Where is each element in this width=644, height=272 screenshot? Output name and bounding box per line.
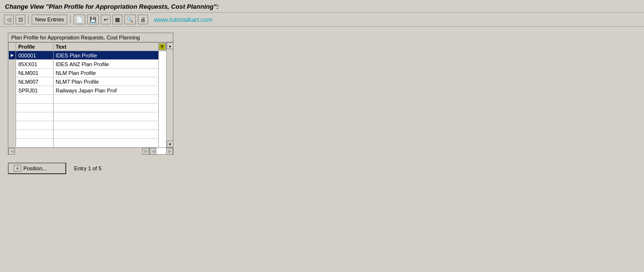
position-button-label: Position... bbox=[23, 165, 47, 171]
save-icon: 💾 bbox=[90, 17, 96, 23]
table-row[interactable] bbox=[9, 112, 166, 121]
profile-cell bbox=[16, 121, 54, 130]
position-section: ≡ Position... Entry 1 of 5 bbox=[8, 163, 636, 174]
text-cell: Railways Japan Plan Prof bbox=[54, 86, 158, 95]
new-entries-button[interactable]: New Entries bbox=[32, 15, 67, 24]
profile-cell bbox=[16, 130, 54, 139]
table-row[interactable]: NLM007NLM7 Plan Profile bbox=[9, 77, 166, 86]
scroll-right-button-2[interactable]: ▷ bbox=[166, 148, 173, 155]
text-cell bbox=[54, 139, 158, 147]
data-table: Profile Text ☰ ▶000001IDES Plan Profile8… bbox=[8, 42, 166, 147]
text-column-header[interactable]: Text bbox=[54, 43, 158, 51]
text-header-label: Text bbox=[56, 44, 66, 50]
layout-button[interactable]: ▦ bbox=[113, 15, 122, 24]
text-cell: IDES ANZ Plan Profile bbox=[54, 60, 158, 69]
vertical-scrollbar: ▲ ▼ bbox=[166, 42, 173, 147]
find-icon: 🔍 bbox=[127, 17, 133, 23]
main-table-area: Profile Text ☰ ▶000001IDES Plan Profile8… bbox=[8, 42, 166, 147]
table-row[interactable] bbox=[9, 121, 166, 130]
profile-cell: 000001 bbox=[16, 51, 54, 60]
profile-cell: 85XX01 bbox=[16, 60, 54, 69]
entry-count: Entry 1 of 5 bbox=[74, 165, 101, 171]
table-row[interactable] bbox=[9, 139, 166, 147]
title-text: Change View "Plan Profile for Appropriat… bbox=[5, 3, 219, 10]
text-cell bbox=[54, 95, 158, 104]
title-bar: Change View "Plan Profile for Appropriat… bbox=[0, 0, 644, 13]
content-area: Plan Profile for Appropriation Requests,… bbox=[0, 27, 644, 180]
scroll-up-button[interactable]: ▲ bbox=[167, 42, 173, 49]
table-row[interactable] bbox=[9, 95, 166, 104]
scroll-track-horizontal-1 bbox=[15, 148, 142, 155]
layout-icon: ▦ bbox=[115, 17, 120, 23]
row-selector-cell bbox=[9, 104, 16, 112]
row-selector-cell: ▶ bbox=[9, 51, 16, 60]
command-icon: ⊡ bbox=[19, 17, 23, 23]
find-button[interactable]: 🔍 bbox=[124, 15, 136, 24]
profile-cell bbox=[16, 95, 54, 104]
row-selector-cell bbox=[9, 60, 16, 69]
row-selector-cell bbox=[9, 95, 16, 104]
table-row[interactable]: NLM001NLM Plan Profile bbox=[9, 69, 166, 77]
scroll-track-vertical bbox=[167, 49, 173, 141]
panel-header-text: Plan Profile for Appropriation Requests,… bbox=[11, 35, 140, 40]
position-button[interactable]: ≡ Position... bbox=[8, 163, 66, 174]
table-container: Profile Text ☰ ▶000001IDES Plan Profile8… bbox=[8, 42, 173, 147]
print-button[interactable]: 🖨 bbox=[138, 15, 148, 24]
undo-icon: ↩ bbox=[104, 17, 108, 23]
toolbar: ◁ ⊡ New Entries 📄 💾 ↩ ▦ 🔍 🖨 www.tutorial… bbox=[0, 13, 644, 27]
panel-header: Plan Profile for Appropriation Requests,… bbox=[8, 33, 173, 42]
text-cell bbox=[54, 112, 158, 121]
watermark: www.tutorialkart.com bbox=[154, 16, 212, 23]
scroll-left-button-1[interactable]: ◁ bbox=[8, 148, 15, 155]
save-button[interactable]: 💾 bbox=[87, 15, 99, 24]
profile-cell bbox=[16, 139, 54, 147]
table-row[interactable]: ▶000001IDES Plan Profile bbox=[9, 51, 166, 60]
text-cell: NLM7 Plan Profile bbox=[54, 77, 158, 86]
profile-cell: NLM001 bbox=[16, 69, 54, 77]
row-selector-cell bbox=[9, 69, 16, 77]
table-panel: Plan Profile for Appropriation Requests,… bbox=[8, 33, 173, 155]
text-cell bbox=[54, 130, 158, 139]
separator-2 bbox=[70, 15, 71, 24]
back-icon: ◁ bbox=[7, 17, 11, 23]
position-icon-glyph: ≡ bbox=[17, 166, 19, 171]
profile-cell bbox=[16, 104, 54, 112]
text-cell bbox=[54, 121, 158, 130]
row-selector-cell bbox=[9, 139, 16, 147]
row-selector-cell bbox=[9, 86, 16, 95]
profile-cell bbox=[16, 112, 54, 121]
print-icon: 🖨 bbox=[140, 17, 146, 22]
command-button[interactable]: ⊡ bbox=[16, 15, 25, 24]
profile-cell: NLM007 bbox=[16, 77, 54, 86]
corner-header: ☰ bbox=[158, 43, 166, 51]
column-settings-icon[interactable]: ☰ bbox=[159, 43, 166, 50]
table-row[interactable] bbox=[9, 104, 166, 112]
row-selector-cell bbox=[9, 112, 16, 121]
separator-1 bbox=[28, 15, 29, 24]
profile-column-header[interactable]: Profile bbox=[16, 43, 54, 51]
bottom-scrollbar-area: ◁ ▷ ◁ ▷ bbox=[8, 147, 173, 154]
scroll-left-button-2[interactable]: ◁ bbox=[150, 148, 156, 155]
text-cell: NLM Plan Profile bbox=[54, 69, 158, 77]
scroll-down-button[interactable]: ▼ bbox=[167, 141, 173, 147]
row-selector-header bbox=[9, 43, 16, 51]
text-cell bbox=[54, 104, 158, 112]
profile-cell: SPRJ01 bbox=[16, 86, 54, 95]
scroll-right-button-1[interactable]: ▷ bbox=[142, 148, 149, 155]
undo-button[interactable]: ↩ bbox=[101, 15, 111, 24]
new-entries-label: New Entries bbox=[35, 17, 64, 22]
table-row[interactable] bbox=[9, 130, 166, 139]
row-selector-cell bbox=[9, 130, 16, 139]
table-row[interactable]: 85XX01IDES ANZ Plan Profile bbox=[9, 60, 166, 69]
table-row[interactable]: SPRJ01Railways Japan Plan Prof bbox=[9, 86, 166, 95]
row-selector-cell bbox=[9, 121, 16, 130]
copy-icon: 📄 bbox=[76, 17, 83, 23]
position-icon: ≡ bbox=[14, 165, 21, 172]
row-selector-cell bbox=[9, 77, 16, 86]
profile-header-label: Profile bbox=[18, 44, 35, 50]
back-button[interactable]: ◁ bbox=[4, 15, 14, 24]
copy-button[interactable]: 📄 bbox=[74, 15, 85, 24]
text-cell: IDES Plan Profile bbox=[54, 51, 158, 60]
